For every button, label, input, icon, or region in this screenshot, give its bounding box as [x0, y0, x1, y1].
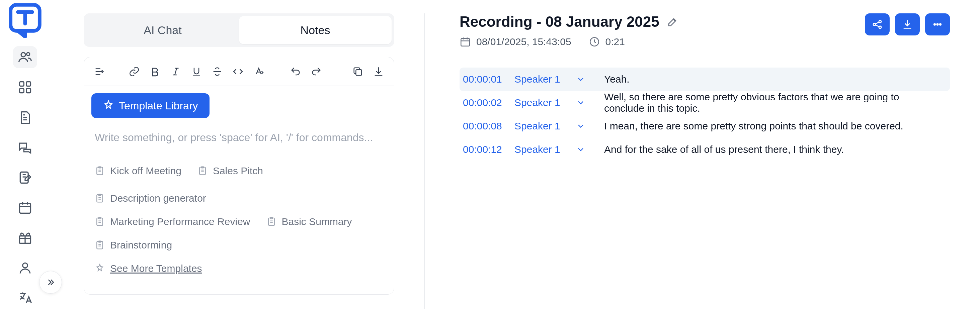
transcript: 00:00:01Speaker 1Yeah.00:00:02Speaker 1W…: [460, 68, 950, 161]
templates-list: Kick off Meeting Sales Pitch Description…: [95, 165, 383, 274]
nav-chat-icon[interactable]: [13, 136, 37, 158]
transcript-speaker[interactable]: Speaker 1: [514, 120, 571, 132]
svg-rect-11: [356, 70, 361, 75]
transcript-text: Well, so there are some pretty obvious f…: [604, 91, 942, 114]
nav-compose-icon[interactable]: [13, 166, 37, 189]
more-actions-button[interactable]: [925, 13, 950, 35]
transcript-speaker[interactable]: Speaker 1: [514, 144, 571, 155]
right-panel: Recording - 08 January 2025 08/01/2025, …: [460, 13, 963, 309]
link-button[interactable]: [126, 63, 142, 79]
editor-placeholder: Write something, or press 'space' for AI…: [95, 132, 383, 144]
editor-card: Template Library Write something, or pre…: [84, 57, 394, 295]
transcript-row: 00:00:12Speaker 1And for the sake of all…: [460, 138, 950, 161]
svg-point-1: [21, 52, 25, 57]
svg-rect-24: [461, 38, 469, 46]
speaker-dropdown-icon[interactable]: [576, 74, 592, 84]
left-sidebar: [0, 0, 50, 309]
recording-title: Recording - 08 January 2025: [460, 13, 659, 30]
main-content: AI Chat Notes: [50, 0, 980, 309]
svg-rect-5: [19, 89, 24, 93]
expand-sidebar-button[interactable]: [39, 271, 62, 294]
tab-ai-chat[interactable]: AI Chat: [86, 16, 239, 44]
svg-point-29: [934, 24, 935, 25]
code-button[interactable]: [230, 63, 246, 79]
svg-point-31: [940, 24, 941, 25]
editor-toolbar: [84, 57, 394, 86]
speaker-dropdown-icon[interactable]: [576, 98, 592, 107]
nav-dashboard-icon[interactable]: [13, 76, 37, 98]
nav-document-icon[interactable]: [13, 106, 37, 128]
transcript-text: I mean, there are some pretty strong poi…: [604, 120, 942, 132]
transcript-text: And for the sake of all of us present th…: [604, 144, 942, 155]
edit-title-icon[interactable]: [667, 16, 679, 28]
template-brainstorming[interactable]: Brainstorming: [95, 239, 172, 251]
recording-date: 08/01/2025, 15:43:05: [460, 36, 571, 48]
left-panel: AI Chat Notes: [84, 13, 394, 309]
underline-button[interactable]: [188, 63, 205, 79]
nav-calendar-icon[interactable]: [13, 196, 37, 219]
download-recording-button[interactable]: [895, 13, 920, 35]
svg-rect-8: [19, 203, 30, 213]
template-salespitch[interactable]: Sales Pitch: [197, 165, 263, 177]
paragraph-style-button[interactable]: [91, 63, 107, 79]
text-color-button[interactable]: [251, 63, 267, 79]
transcript-time[interactable]: 00:00:08: [463, 120, 510, 132]
svg-point-30: [937, 24, 939, 25]
nav-gift-icon[interactable]: [13, 227, 37, 249]
recording-duration: 0:21: [589, 36, 625, 48]
editor-body[interactable]: Write something, or press 'space' for AI…: [84, 118, 394, 294]
undo-button[interactable]: [288, 63, 304, 79]
see-more-templates[interactable]: See More Templates: [95, 263, 202, 274]
nav-profile-icon[interactable]: [13, 257, 37, 279]
template-library-button[interactable]: Template Library: [91, 93, 210, 118]
app-logo: [8, 3, 43, 38]
italic-button[interactable]: [168, 63, 184, 79]
template-description[interactable]: Description generator: [95, 193, 206, 204]
nav-translate-icon[interactable]: [13, 287, 37, 309]
recording-actions: [865, 13, 950, 35]
template-summary[interactable]: Basic Summary: [266, 216, 352, 227]
transcript-row: 00:00:02Speaker 1Well, so there are some…: [460, 91, 950, 114]
svg-point-10: [22, 263, 27, 268]
template-library-label: Template Library: [119, 100, 198, 112]
strikethrough-button[interactable]: [209, 63, 225, 79]
transcript-row: 00:00:01Speaker 1Yeah.: [460, 68, 950, 91]
nav-people-icon[interactable]: [13, 46, 37, 68]
svg-rect-6: [26, 89, 30, 93]
bold-button[interactable]: [147, 63, 163, 79]
recording-meta: 08/01/2025, 15:43:05 0:21: [460, 36, 679, 48]
transcript-time[interactable]: 00:00:02: [463, 97, 510, 108]
svg-rect-3: [19, 82, 24, 86]
redo-button[interactable]: [308, 63, 325, 79]
download-button[interactable]: [371, 63, 387, 79]
transcript-text: Yeah.: [604, 74, 942, 85]
speaker-dropdown-icon[interactable]: [576, 121, 592, 131]
transcript-speaker[interactable]: Speaker 1: [514, 74, 571, 85]
template-marketing[interactable]: Marketing Performance Review: [95, 216, 250, 227]
copy-button[interactable]: [350, 63, 366, 79]
recording-header: Recording - 08 January 2025 08/01/2025, …: [460, 13, 950, 61]
template-kickoff[interactable]: Kick off Meeting: [95, 165, 181, 177]
transcript-time[interactable]: 00:00:12: [463, 144, 510, 155]
transcript-row: 00:00:08Speaker 1I mean, there are some …: [460, 114, 950, 138]
transcript-time[interactable]: 00:00:01: [463, 74, 510, 85]
svg-point-2: [27, 52, 29, 55]
share-button[interactable]: [865, 13, 889, 35]
speaker-dropdown-icon[interactable]: [576, 145, 592, 154]
tab-notes[interactable]: Notes: [239, 16, 391, 44]
transcript-speaker[interactable]: Speaker 1: [514, 97, 571, 108]
tab-segment: AI Chat Notes: [84, 13, 394, 47]
svg-rect-4: [26, 82, 30, 86]
